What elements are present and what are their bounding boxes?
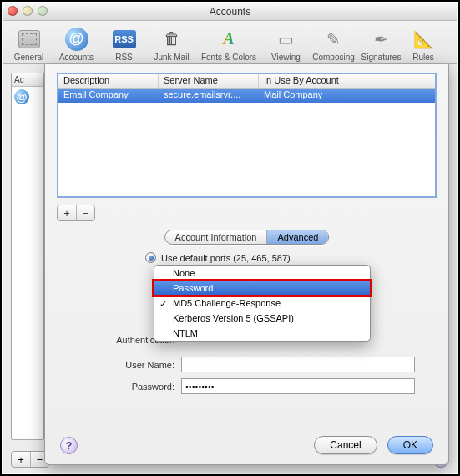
toolbar-junk[interactable]: 🗑 Junk Mail <box>149 22 195 63</box>
switches-icon <box>18 30 40 48</box>
trash-icon: 🗑 <box>160 28 184 51</box>
at-icon: @ <box>65 28 88 51</box>
sidebar-account-item[interactable]: @ <box>12 87 43 107</box>
password-field[interactable] <box>181 378 415 394</box>
label-username: User Name: <box>78 360 174 370</box>
pencil-icon: ✎ <box>322 28 346 51</box>
tab-account-information[interactable]: Account Information <box>165 230 267 244</box>
close-icon[interactable] <box>8 6 18 16</box>
auth-option-none[interactable]: None <box>154 266 370 281</box>
preferences-toolbar: General @ Accounts RSS RSS 🗑 Junk Mail A… <box>3 21 457 64</box>
signature-icon: ✒ <box>370 28 393 51</box>
cancel-button[interactable]: Cancel <box>314 436 377 454</box>
table-row[interactable]: Email Company secure.emailsrvr.... Mail … <box>58 89 435 103</box>
smtp-servers-sheet: Description Server Name In Use By Accoun… <box>44 64 449 465</box>
rules-icon: 📐 <box>412 28 435 51</box>
auth-option-ntlm[interactable]: NTLM <box>154 326 370 341</box>
window-title: Accounts <box>210 6 250 18</box>
sheet-help-button[interactable]: ? <box>60 437 78 454</box>
default-ports-label: Use default ports (25, 465, 587) <box>161 253 291 263</box>
col-description[interactable]: Description <box>58 74 159 88</box>
username-field[interactable] <box>181 357 415 372</box>
default-ports-radio[interactable]: Use default ports (25, 465, 587) <box>145 252 291 263</box>
toolbar-viewing[interactable]: ▭ Viewing <box>263 22 309 63</box>
server-add-remove: + − <box>57 205 95 221</box>
toolbar-fonts-colors[interactable]: A Fonts & Colors <box>196 22 261 63</box>
toolbar-signatures[interactable]: ✒ Signatures <box>358 22 404 63</box>
authentication-menu: None Password ✓MD5 Challenge-Response Ke… <box>154 265 371 342</box>
smtp-servers-table[interactable]: Description Server Name In Use By Accoun… <box>57 73 437 198</box>
sheet-tabs: Account Information Advanced <box>164 230 330 245</box>
cell-in-use-by: Mail Company <box>259 89 435 103</box>
zoom-icon[interactable] <box>38 6 48 16</box>
toolbar-rules[interactable]: 📐 Rules <box>406 22 441 63</box>
titlebar: Accounts <box>3 3 457 21</box>
col-in-use-by[interactable]: In Use By Account <box>259 74 435 88</box>
remove-server-button[interactable]: − <box>76 205 94 220</box>
toolbar-rss[interactable]: RSS RSS <box>101 22 147 63</box>
auth-option-kerberos[interactable]: Kerberos Version 5 (GSSAPI) <box>154 311 370 326</box>
table-header-row: Description Server Name In Use By Accoun… <box>58 74 435 89</box>
viewing-icon: ▭ <box>275 28 298 51</box>
toolbar-general[interactable]: General <box>6 22 52 63</box>
radio-icon <box>145 252 156 263</box>
toolbar-composing[interactable]: ✎ Composing <box>311 22 356 63</box>
cell-description: Email Company <box>58 89 159 103</box>
sidebar-add-button[interactable]: + <box>12 452 30 467</box>
tab-advanced[interactable]: Advanced <box>266 230 328 244</box>
label-password: Password: <box>78 382 174 392</box>
add-server-button[interactable]: + <box>58 205 76 220</box>
auth-option-password[interactable]: Password <box>154 281 370 296</box>
ok-button[interactable]: OK <box>387 436 433 454</box>
toolbar-accounts[interactable]: @ Accounts <box>53 22 99 63</box>
minimize-icon[interactable] <box>23 6 33 16</box>
checkmark-icon: ✓ <box>159 296 167 311</box>
rss-icon: RSS <box>113 30 136 48</box>
auth-option-md5[interactable]: ✓MD5 Challenge-Response <box>154 296 370 311</box>
preferences-window: Accounts General @ Accounts RSS RSS 🗑 Ju… <box>3 3 457 473</box>
accounts-sidebar: Ac @ <box>11 73 44 440</box>
at-icon: @ <box>14 89 29 104</box>
fonts-colors-icon: A <box>217 28 240 51</box>
col-server-name[interactable]: Server Name <box>159 74 259 88</box>
cell-server-name: secure.emailsrvr.... <box>159 89 259 103</box>
sidebar-header: Ac <box>12 73 43 87</box>
